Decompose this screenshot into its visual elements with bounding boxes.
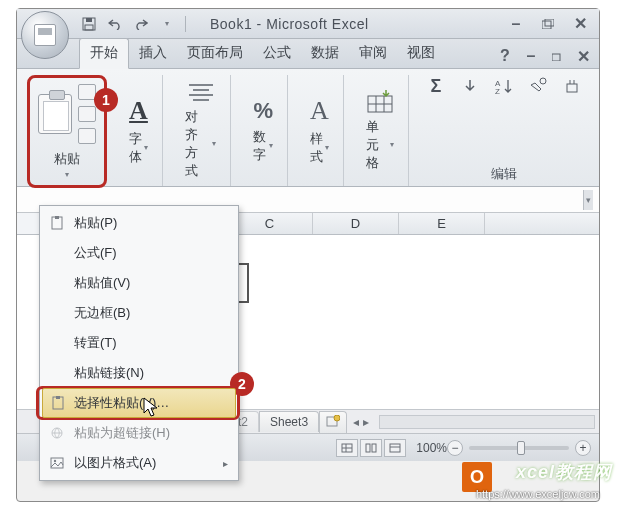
new-sheet-button[interactable] bbox=[319, 411, 347, 433]
save-icon[interactable] bbox=[79, 14, 99, 34]
format-painter-icon[interactable] bbox=[78, 128, 96, 144]
menu-noborder-label: 无边框(B) bbox=[74, 304, 130, 322]
copy-icon[interactable] bbox=[78, 106, 96, 122]
svg-rect-2 bbox=[85, 25, 93, 30]
svg-rect-1 bbox=[86, 18, 92, 22]
cells-button[interactable]: 单元格▾ bbox=[360, 86, 400, 176]
tab-scroll-right-icon[interactable]: ▸ bbox=[363, 415, 369, 429]
fill-icon[interactable] bbox=[459, 75, 481, 97]
tab-view[interactable]: 视图 bbox=[397, 39, 445, 68]
tab-layout[interactable]: 页面布局 bbox=[177, 39, 253, 68]
office-logo-icon bbox=[21, 11, 69, 59]
workbook-close-icon[interactable]: ✕ bbox=[575, 48, 591, 64]
tab-insert[interactable]: 插入 bbox=[129, 39, 177, 68]
paste-button[interactable]: 粘贴 bbox=[54, 150, 80, 168]
page-break-view-icon[interactable] bbox=[384, 439, 406, 457]
tab-data[interactable]: 数据 bbox=[301, 39, 349, 68]
ribbon-tabs: 开始 插入 页面布局 公式 数据 审阅 视图 ? – ✕ bbox=[17, 39, 599, 69]
find-icon[interactable] bbox=[527, 75, 549, 97]
zoom-thumb[interactable] bbox=[517, 441, 525, 455]
menu-formula-label: 公式(F) bbox=[74, 244, 117, 262]
menu-paste-special[interactable]: 选择性粘贴(V)… bbox=[42, 388, 236, 418]
paste-special-icon bbox=[49, 394, 67, 412]
col-c[interactable]: C bbox=[227, 213, 313, 234]
menu-formula[interactable]: 公式(F) bbox=[42, 238, 236, 268]
page-layout-view-icon[interactable] bbox=[360, 439, 382, 457]
quick-access-toolbar: ▾ bbox=[79, 14, 188, 34]
align-button[interactable]: 对齐方式▾ bbox=[179, 78, 222, 184]
hyperlink-icon bbox=[48, 424, 66, 442]
svg-text:Z: Z bbox=[495, 87, 500, 94]
svg-rect-3 bbox=[542, 21, 551, 29]
titlebar: ▾ Book1 - Microsoft Excel – ✕ bbox=[17, 9, 599, 39]
horizontal-scrollbar[interactable] bbox=[379, 415, 595, 429]
paste-dropdown-menu: 粘贴(P) 公式(F) 粘贴值(V) 无边框(B) 转置(T) 粘贴链接(N) … bbox=[39, 205, 239, 481]
align-icon bbox=[187, 82, 215, 104]
editing-group: Σ AZ 编辑 bbox=[417, 75, 591, 186]
menu-paste[interactable]: 粘贴(P) bbox=[42, 208, 236, 238]
cells-icon bbox=[366, 90, 394, 114]
percent-icon: % bbox=[253, 98, 273, 124]
menu-noborder[interactable]: 无边框(B) bbox=[42, 298, 236, 328]
align-group: 对齐方式▾ bbox=[171, 75, 231, 186]
menu-values[interactable]: 粘贴值(V) bbox=[42, 268, 236, 298]
font-button[interactable]: A字体▾ bbox=[123, 92, 154, 170]
zoom-track[interactable] bbox=[469, 446, 569, 450]
menu-pastelink-label: 粘贴链接(N) bbox=[74, 364, 144, 382]
help-icon[interactable]: ? bbox=[497, 48, 513, 64]
ribbon-minimize-icon[interactable]: – bbox=[523, 48, 539, 64]
col-e[interactable]: E bbox=[399, 213, 485, 234]
cursor-icon bbox=[143, 397, 159, 419]
menu-transpose-label: 转置(T) bbox=[74, 334, 117, 352]
menu-values-label: 粘贴值(V) bbox=[74, 274, 130, 292]
style-label: 样式 bbox=[310, 130, 323, 166]
window-controls: – ✕ bbox=[507, 15, 589, 33]
tab-review[interactable]: 审阅 bbox=[349, 39, 397, 68]
zoom-out-icon[interactable]: − bbox=[447, 440, 463, 456]
picture-icon bbox=[48, 454, 66, 472]
clear-icon[interactable] bbox=[561, 75, 583, 97]
editing-label: 编辑 bbox=[491, 162, 517, 186]
autosum-icon[interactable]: Σ bbox=[425, 75, 447, 97]
tab-scroll-left-icon[interactable]: ◂ bbox=[353, 415, 359, 429]
sheet-tab-3[interactable]: Sheet3 bbox=[259, 411, 319, 432]
redo-icon[interactable] bbox=[131, 14, 151, 34]
paste-label: 粘贴 bbox=[54, 150, 80, 168]
svg-point-26 bbox=[334, 415, 340, 421]
sort-icon[interactable]: AZ bbox=[493, 75, 515, 97]
tab-home[interactable]: 开始 bbox=[79, 38, 129, 69]
svg-point-16 bbox=[540, 78, 546, 84]
menu-transpose[interactable]: 转置(T) bbox=[42, 328, 236, 358]
qat-more-icon[interactable]: ▾ bbox=[157, 14, 177, 34]
watermark-logo: O bbox=[462, 462, 492, 492]
svg-rect-17 bbox=[567, 84, 577, 92]
minimize-button[interactable]: – bbox=[507, 15, 525, 33]
zoom-slider[interactable]: − + bbox=[447, 440, 591, 456]
menu-hyperlink-label: 粘贴为超链接(H) bbox=[74, 424, 170, 442]
col-d[interactable]: D bbox=[313, 213, 399, 234]
office-button[interactable] bbox=[21, 11, 77, 67]
zoom-in-icon[interactable]: + bbox=[575, 440, 591, 456]
menu-hyperlink: 粘贴为超链接(H) bbox=[42, 418, 236, 448]
menu-paste-label: 粘贴(P) bbox=[74, 214, 117, 232]
style-button[interactable]: A样式▾ bbox=[304, 92, 335, 170]
style-a-icon: A bbox=[310, 96, 329, 126]
undo-icon[interactable] bbox=[105, 14, 125, 34]
number-group: %数字▾ bbox=[239, 75, 288, 186]
tab-formula[interactable]: 公式 bbox=[253, 39, 301, 68]
menu-aspicture[interactable]: 以图片格式(A)▸ bbox=[42, 448, 236, 478]
submenu-arrow-icon: ▸ bbox=[223, 458, 228, 469]
menu-pastelink[interactable]: 粘贴链接(N) bbox=[42, 358, 236, 388]
align-label: 对齐方式 bbox=[185, 108, 210, 180]
number-button[interactable]: %数字▾ bbox=[247, 94, 279, 168]
normal-view-icon[interactable] bbox=[336, 439, 358, 457]
ribbon: 1 粘贴 ▾ A字体▾ 对齐方式▾ %数字▾ bbox=[17, 69, 599, 187]
cells-group: 单元格▾ bbox=[352, 75, 409, 186]
close-button[interactable]: ✕ bbox=[571, 15, 589, 33]
fbar-expand-icon[interactable]: ▾ bbox=[583, 190, 593, 210]
paste-button-highlight: 1 粘贴 ▾ bbox=[27, 75, 107, 188]
clipboard-icon[interactable] bbox=[38, 94, 72, 134]
zoom-level[interactable]: 100% bbox=[416, 441, 447, 455]
restore-button[interactable] bbox=[539, 15, 557, 33]
workbook-restore-icon[interactable] bbox=[549, 48, 565, 64]
